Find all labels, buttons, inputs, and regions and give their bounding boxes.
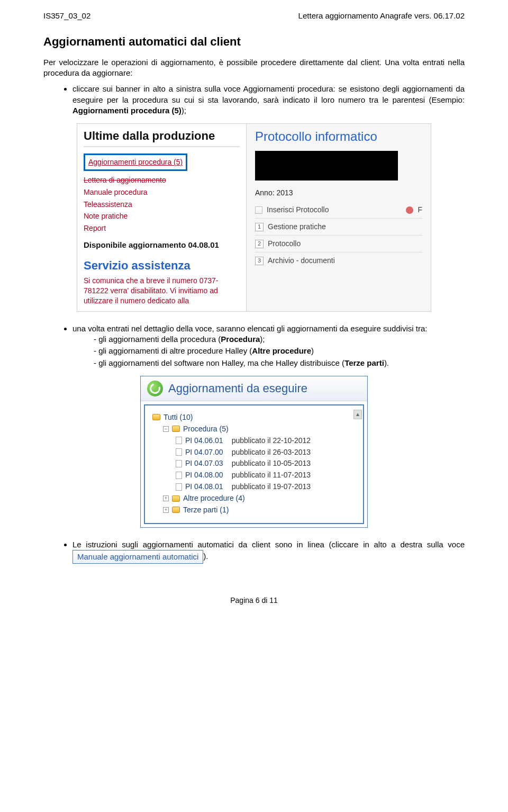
- sub-bullet-terze-parti: gli aggiornamenti del software non Halle…: [94, 358, 465, 368]
- folder-icon: [172, 507, 180, 513]
- tree-leaf[interactable]: PI 04.08.00pubblicato il 11-07-2013: [152, 470, 356, 480]
- servizio-assistenza-title: Servizio assistenza: [84, 258, 240, 274]
- scrollbar-up[interactable]: ▲: [353, 410, 362, 419]
- intro-paragraph: Per velocizzare le operazioni di aggiorn…: [43, 57, 465, 79]
- folder-icon: [152, 414, 160, 420]
- expand-icon[interactable]: +: [163, 495, 169, 501]
- expand-icon[interactable]: +: [163, 507, 169, 513]
- tree-leaf[interactable]: PI 04.08.01pubblicato il 19-07-2013: [152, 482, 356, 492]
- red-dot-icon: [406, 206, 413, 214]
- bullet-item-1: cliccare sui banner in alto a sinistra s…: [72, 84, 465, 116]
- file-icon: [176, 483, 182, 491]
- folder-icon: [172, 426, 180, 432]
- screenshot-aggiornamenti-tree: Aggiornamenti da eseguire ▲ Tutti (10) –…: [140, 376, 368, 528]
- tree-node-terze-parti[interactable]: + Terze parti (1): [152, 505, 356, 515]
- tree-body: ▲ Tutti (10) – Procedura (5) PI 04.06.01…: [144, 404, 364, 524]
- num-badge-2: 2: [255, 240, 264, 248]
- document-icon: [255, 206, 262, 214]
- collapse-icon[interactable]: –: [163, 426, 169, 432]
- menu-item-protocollo[interactable]: 2 Protocollo: [255, 239, 422, 252]
- bullet-item-3: Le istruzioni sugli aggiornamenti automa…: [72, 539, 465, 564]
- file-icon: [176, 448, 182, 456]
- link-teleassistenza[interactable]: Teleassistenza: [84, 200, 240, 210]
- file-icon: [176, 437, 182, 444]
- manuale-aggiornamenti-link[interactable]: Manuale aggiornamenti automatici: [72, 550, 203, 564]
- menu-item-gestione-pratiche[interactable]: 1 Gestione pratiche: [255, 222, 422, 236]
- menu-item-archivio-documenti[interactable]: 3 Archivio - documenti: [255, 256, 422, 269]
- right-panel: Protocollo informatico Anno: 2013 Inseri…: [247, 124, 431, 311]
- dialog-title: Aggiornamenti da eseguire: [141, 376, 367, 401]
- page-footer: Pagina 6 di 11: [43, 596, 465, 606]
- tree-node-altre-procedure[interactable]: + Altre procedure (4): [152, 493, 356, 503]
- num-badge-1: 1: [255, 223, 264, 231]
- tree-node-procedura[interactable]: – Procedura (5): [152, 424, 356, 434]
- file-icon: [176, 460, 182, 467]
- tree-leaf[interactable]: PI 04.07.03pubblicato il 10-05-2013: [152, 458, 356, 468]
- tree-root-tutti[interactable]: Tutti (10): [152, 412, 356, 422]
- link-aggiornamenti-procedura[interactable]: Aggiornamenti procedura (5): [84, 154, 187, 171]
- folder-icon: [172, 495, 180, 502]
- link-lettera-aggiornamento[interactable]: Lettera di aggiornamento: [84, 175, 240, 185]
- redacted-block: [255, 151, 398, 181]
- link-manuale-procedura[interactable]: Manuale procedura: [84, 187, 240, 197]
- bullet-item-2: una volta entrati nel dettaglio della vo…: [72, 323, 465, 368]
- tree-leaf[interactable]: PI 04.07.00pubblicato il 26-03-2013: [152, 447, 356, 457]
- screenshot-client-home: Ultime dalla produzione Aggiornamenti pr…: [77, 123, 431, 312]
- module-title: Protocollo informatico: [255, 128, 422, 145]
- doc-code: IS357_03_02: [43, 11, 90, 21]
- file-icon: [176, 472, 182, 479]
- inserisci-protocollo-row[interactable]: Inserisci Protocollo F: [255, 205, 422, 219]
- sidebar-title: Ultime dalla produzione: [84, 128, 240, 147]
- sidebar-panel: Ultime dalla produzione Aggiornamenti pr…: [77, 124, 247, 311]
- servizio-assistenza-text: Si comunica che a breve il numero 0737-7…: [84, 276, 240, 306]
- anno-label: Anno: 2013: [255, 188, 422, 198]
- refresh-icon: [147, 381, 163, 396]
- section-heading: Aggiornamenti automatici dal client: [43, 34, 465, 50]
- disponibile-aggiornamento-label: Disponibile aggiornamento 04.08.01: [84, 240, 240, 250]
- doc-title-right: Lettera aggiornamento Anagrafe vers. 06.…: [298, 11, 465, 21]
- sub-bullet-procedura: gli aggiornamenti della procedura (Proce…: [94, 334, 465, 345]
- link-report[interactable]: Report: [84, 223, 240, 233]
- link-note-pratiche[interactable]: Note pratiche: [84, 211, 240, 221]
- num-badge-3: 3: [255, 257, 264, 265]
- page-header: IS357_03_02 Lettera aggiornamento Anagra…: [43, 11, 465, 21]
- tree-leaf[interactable]: PI 04.06.01pubblicato il 22-10-2012: [152, 436, 356, 446]
- sub-bullet-altre-procedure: gli aggiornamenti di altre procedure Hal…: [94, 346, 465, 356]
